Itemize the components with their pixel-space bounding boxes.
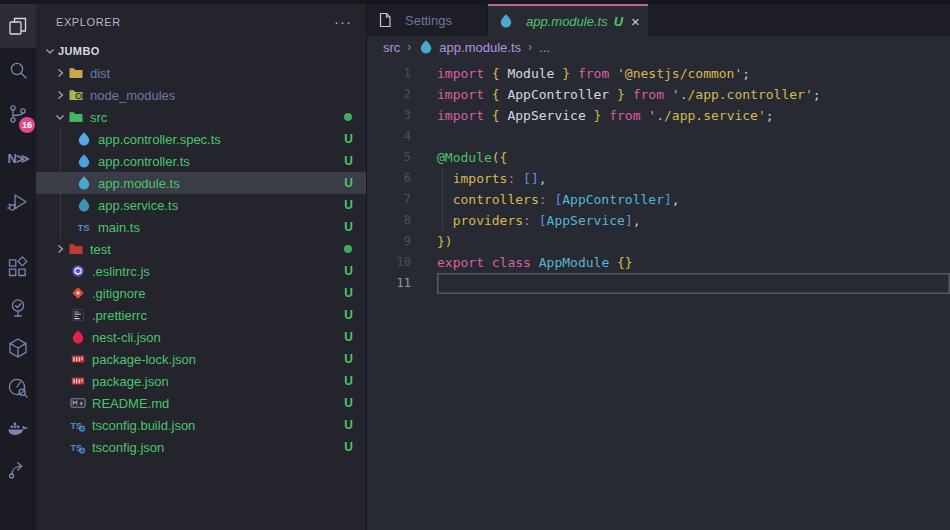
tab-label: app.module.ts: [526, 14, 608, 29]
line-number: 5: [367, 147, 411, 168]
explorer-title: EXPLORER: [56, 16, 334, 28]
vscode-window: 16N≫ EXPLORER ··· JUMBOdistnode_moduless…: [0, 0, 950, 530]
breadcrumb-separator: ›: [528, 40, 532, 54]
file-icon: [377, 12, 393, 28]
git-untracked-badge: U: [344, 352, 353, 366]
workspace-root-row[interactable]: JUMBO: [36, 40, 366, 62]
cube-icon: [6, 336, 30, 360]
git-untracked-badge: U: [344, 308, 353, 322]
source-control-button[interactable]: 16: [0, 92, 36, 136]
git-untracked-badge: U: [344, 286, 353, 300]
tree-item-label: package-lock.json: [92, 352, 196, 367]
tree-item-README.md[interactable]: README.mdU: [36, 392, 366, 414]
prettier-icon: [70, 307, 86, 323]
search-button[interactable]: [0, 48, 36, 92]
more-actions-icon[interactable]: ···: [334, 17, 352, 27]
breadcrumb-item-...[interactable]: ...: [539, 40, 550, 55]
git-untracked-badge: U: [344, 176, 353, 190]
folder-test-icon: [68, 241, 84, 257]
explorer-button[interactable]: [0, 4, 36, 48]
tree-item-dist[interactable]: dist: [36, 62, 366, 84]
nest-controller-icon: [76, 153, 92, 169]
live-share-button[interactable]: [0, 448, 36, 488]
tab-Settings[interactable]: Settings: [367, 4, 488, 36]
docker-button[interactable]: [0, 408, 36, 448]
chevron-right-icon: [52, 241, 68, 257]
tsconfig-icon: TS: [70, 439, 86, 455]
extensions-icon: [6, 256, 30, 280]
npm-icon: [70, 373, 86, 389]
tree-item-package-lock.json[interactable]: package-lock.jsonU: [36, 348, 366, 370]
window-top-edge: [0, 0, 950, 4]
code-line-8[interactable]: 8 providers: [AppService],: [367, 210, 950, 231]
breadcrumb-item-src[interactable]: src: [383, 40, 400, 55]
tree-item-app.module.ts[interactable]: app.module.tsU: [36, 172, 366, 194]
code-line-7[interactable]: 7 controllers: [AppController],: [367, 189, 950, 210]
git-changes-dot: [344, 245, 352, 253]
line-number: 4: [367, 126, 411, 147]
tree-item-app.service.ts[interactable]: app.service.tsU: [36, 194, 366, 216]
docker-icon: [6, 416, 30, 440]
line-content: export class AppModule {}: [437, 252, 950, 273]
line-content: [437, 126, 950, 147]
tree-item-app.controller.ts[interactable]: app.controller.tsU: [36, 150, 366, 172]
breadcrumb-label: src: [383, 40, 400, 55]
code-line-1[interactable]: 1import { Module } from '@nestjs/common'…: [367, 63, 950, 84]
code-indent-guide: [442, 168, 443, 231]
close-icon[interactable]: ×: [631, 14, 640, 29]
line-content: [437, 273, 950, 294]
code-line-3[interactable]: 3import { AppService } from './app.servi…: [367, 105, 950, 126]
git-changes-dot: [344, 113, 352, 121]
tree-item-app.controller.spec.ts[interactable]: app.controller.spec.tsU: [36, 128, 366, 150]
line-content: providers: [AppService],: [437, 210, 950, 231]
code-line-4[interactable]: 4: [367, 126, 950, 147]
code-line-5[interactable]: 5@Module({: [367, 147, 950, 168]
debug-visualizer-button[interactable]: [0, 368, 36, 408]
testing-button[interactable]: [0, 288, 36, 328]
line-number: 11: [367, 273, 411, 294]
tree-item-.prettierrc[interactable]: .prettierrcU: [36, 304, 366, 326]
npm-icon: [70, 351, 86, 367]
files-icon: [6, 14, 30, 38]
tree-item-test[interactable]: test: [36, 238, 366, 260]
tree-item-label: app.service.ts: [98, 198, 178, 213]
code-line-6[interactable]: 6 imports: [],: [367, 168, 950, 189]
run-and-debug-button[interactable]: [0, 180, 36, 224]
git-untracked-badge: U: [344, 418, 353, 432]
tree-item-tsconfig.build.json[interactable]: TStsconfig.build.jsonU: [36, 414, 366, 436]
line-number: 10: [367, 252, 411, 273]
tree-item-package.json[interactable]: package.jsonU: [36, 370, 366, 392]
line-number: 1: [367, 63, 411, 84]
code-editor[interactable]: 1import { Module } from '@nestjs/common'…: [367, 58, 950, 530]
code-line-9[interactable]: 9}): [367, 231, 950, 252]
git-untracked-badge: U: [344, 264, 353, 278]
nx-console-button[interactable]: N≫: [0, 136, 36, 180]
nest-service-icon: [76, 197, 92, 213]
tree-item-label: nest-cli.json: [92, 330, 161, 345]
code-line-10[interactable]: 10export class AppModule {}: [367, 252, 950, 273]
tab-app.module.ts[interactable]: app.module.tsU×: [488, 4, 648, 36]
tree-item-.gitignore[interactable]: .gitignoreU: [36, 282, 366, 304]
tree-item-label: README.md: [92, 396, 169, 411]
git-untracked-badge: U: [344, 132, 353, 146]
code-line-11[interactable]: 11: [367, 273, 950, 294]
code-line-2[interactable]: 2import { AppController } from './app.co…: [367, 84, 950, 105]
markdown-icon: [70, 395, 86, 411]
line-number: 8: [367, 210, 411, 231]
tree-item-.eslintrc.js[interactable]: .eslintrc.jsU: [36, 260, 366, 282]
tree-item-main.ts[interactable]: TSmain.tsU: [36, 216, 366, 238]
line-content: import { AppController } from './app.con…: [437, 84, 950, 105]
breadcrumb-item-app.module.ts[interactable]: app.module.ts: [418, 39, 521, 55]
tree-item-nest-cli.json[interactable]: nest-cli.jsonU: [36, 326, 366, 348]
tree-item-src[interactable]: src: [36, 106, 366, 128]
nestjs-icon: [70, 329, 86, 345]
eslint-icon: [70, 263, 86, 279]
line-number: 6: [367, 168, 411, 189]
extensions-button[interactable]: [0, 248, 36, 288]
tree-item-tsconfig.json[interactable]: TStsconfig.jsonU: [36, 436, 366, 458]
dependencies-button[interactable]: [0, 328, 36, 368]
folder-dist-icon: [68, 65, 84, 81]
line-content: controllers: [AppController],: [437, 189, 950, 210]
line-number: 7: [367, 189, 411, 210]
tree-item-node_modules[interactable]: node_modules: [36, 84, 366, 106]
